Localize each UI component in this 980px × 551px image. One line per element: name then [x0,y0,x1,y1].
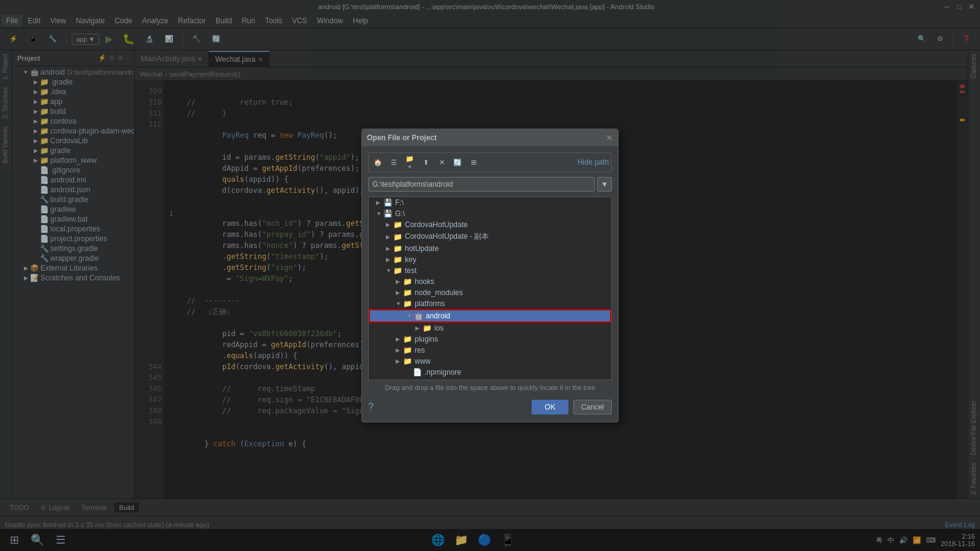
dialog-tree-g-drive[interactable]: ▼ 💾 G:\ [369,208,611,219]
dialog-tree-test[interactable]: ▼ 📁 test [369,265,611,276]
dialog-tree-platforms[interactable]: ▼ 📁 platforms [369,298,611,309]
dialog-list-btn[interactable]: ☰ [387,156,401,169]
g-drive-arrow: ▼ [376,211,383,217]
dialog-grid-btn[interactable]: ⊞ [467,156,480,169]
dialog-path-bar: ▼ [368,177,612,192]
dialog-tree-cordovahotupdate-copy[interactable]: ▶ 📁 CordovaHotUpdate - 副本 [369,230,611,243]
dialog-title-bar: Open File or Project ✕ [362,129,618,146]
dialog-tree-node-modules[interactable]: ▶ 📁 node_modules [369,287,611,298]
folder-icon-plugins: 📁 [403,335,412,343]
file-icon-config: 📋 [413,379,422,380]
drive-icon-f: 💾 [383,198,393,207]
hu-arrow: ▶ [386,246,393,252]
hide-path-link[interactable]: Hide path [578,158,609,167]
nm-arrow: ▶ [396,290,403,296]
dialog-action-buttons: OK Cancel [532,400,612,414]
hooks-arrow: ▶ [396,279,403,285]
dialog-path-input[interactable] [368,177,595,192]
folder-icon-nm: 📁 [403,288,412,297]
dialog-tree-www[interactable]: ▶ 📁 www [369,356,611,367]
dialog-close-btn[interactable]: ✕ [606,133,613,142]
res-arrow: ▶ [396,347,403,353]
folder-icon-ios: 📁 [423,324,432,332]
dialog-overlay: Open File or Project ✕ 🏠 ☰ 📁+ ⬆ ✕ 🔄 ⊞ Hi… [0,0,980,551]
test-arrow: ▼ [386,268,393,274]
folder-icon-hu: 📁 [393,244,402,253]
dialog-tree-key[interactable]: ▶ 📁 key [369,254,611,265]
dialog-tree-hooks[interactable]: ▶ 📁 hooks [369,276,611,287]
dialog-tree-hotupdate[interactable]: ▶ 📁 hotUpdate [369,243,611,254]
dialog-tree-res[interactable]: ▶ 📁 res [369,345,611,356]
folder-icon-chu: 📁 [393,220,402,229]
dialog-body: 🏠 ☰ 📁+ ⬆ ✕ 🔄 ⊞ Hide path ▼ ▶ 💾 [362,146,618,422]
dialog-tree-android[interactable]: ▼ 🤖 android [369,309,611,323]
dialog-tree-plugins[interactable]: ▶ 📁 plugins [369,334,611,345]
dialog-hint: Drag and drop a file into the space abov… [368,384,612,391]
dialog-refresh-btn[interactable]: 🔄 [451,156,464,169]
dialog-tree[interactable]: ▶ 💾 F:\ ▼ 💾 G:\ ▶ 📁 CordovaHotUpdate [368,197,612,380]
dialog-title: Open File or Project [367,133,437,142]
dialog-tree-cordovahotupdate[interactable]: ▶ 📁 CordovaHotUpdate [369,219,611,230]
dialog-tree-config-xml[interactable]: 📋 config.xml [369,378,611,380]
platforms-arrow: ▼ [396,301,403,307]
android-arrow: ▼ [407,313,414,319]
folder-icon-hooks: 📁 [403,277,412,286]
android-folder-icon: 🤖 [414,312,423,320]
dialog-tree-npmignore[interactable]: 📄 .npmignore [369,367,611,378]
ios-arrow: ▶ [415,325,423,331]
dialog-tree-f-drive[interactable]: ▶ 💾 F:\ [369,197,611,208]
folder-icon-www: 📁 [403,357,412,365]
ok-button[interactable]: OK [532,400,568,414]
chuc-arrow: ▶ [386,234,393,240]
file-icon-npmignore: 📄 [413,368,422,377]
dialog-new-folder-btn[interactable]: 📁+ [403,156,417,169]
folder-icon-chuc: 📁 [393,233,402,241]
dialog-up-btn[interactable]: ⬆ [419,156,432,169]
f-drive-arrow: ▶ [376,200,383,206]
dialog-tree-ios[interactable]: ▶ 📁 ios [369,323,611,334]
www-arrow: ▶ [396,358,403,364]
folder-icon-key: 📁 [393,255,402,264]
dialog-home-btn[interactable]: 🏠 [371,156,385,169]
dialog-toolbar: 🏠 ☰ 📁+ ⬆ ✕ 🔄 ⊞ Hide path [368,152,612,172]
chu-arrow: ▶ [386,222,393,228]
dialog-help-btn[interactable]: ? [368,402,374,413]
drive-icon-g: 💾 [383,209,393,218]
dialog-footer: ? OK Cancel [368,395,612,416]
folder-icon-platforms: 📁 [403,299,412,308]
key-arrow: ▶ [386,257,393,263]
cancel-button[interactable]: Cancel [573,400,612,414]
dialog-delete-btn[interactable]: ✕ [435,156,448,169]
plugins-arrow: ▶ [396,336,403,342]
dialog-path-go-btn[interactable]: ▼ [597,177,612,192]
folder-icon-test: 📁 [393,266,402,275]
open-file-dialog: Open File or Project ✕ 🏠 ☰ 📁+ ⬆ ✕ 🔄 ⊞ Hi… [361,129,619,422]
folder-icon-res: 📁 [403,346,412,354]
